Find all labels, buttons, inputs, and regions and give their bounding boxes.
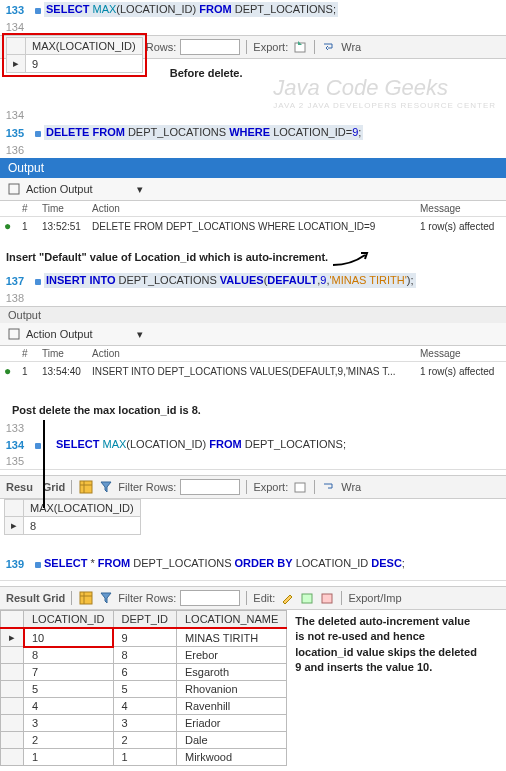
output-row[interactable]: ● 1 13:54:40 INSERT INTO DEPT_LOCATIONS … xyxy=(0,362,506,381)
code-line-135[interactable]: 135 DELETE FROM DEPT_LOCATIONS WHERE LOC… xyxy=(0,123,506,142)
result-value: 8 xyxy=(24,517,141,535)
filter-rows-label: Filter Rows: xyxy=(118,592,176,604)
table-cell: Rhovanion xyxy=(177,681,287,698)
result-value: 9 xyxy=(26,55,143,73)
svg-rect-13 xyxy=(80,592,92,604)
edit-label: Edit: xyxy=(253,592,275,604)
svg-rect-7 xyxy=(9,329,19,339)
table-cell: 5 xyxy=(113,681,176,698)
code-line-133[interactable]: 133 SELECT MAX(LOCATION_ID) FROM DEPT_LO… xyxy=(0,0,506,19)
row-handle[interactable]: ▸ xyxy=(1,628,24,647)
dropdown-icon[interactable]: ▾ xyxy=(137,328,143,341)
table-cell: 6 xyxy=(113,664,176,681)
table-cell: Ravenhill xyxy=(177,698,287,715)
table-row[interactable]: 44Ravenhill xyxy=(1,698,287,715)
line-number: 137 xyxy=(0,275,32,287)
wrap-icon[interactable] xyxy=(321,39,337,55)
table-cell: 5 xyxy=(24,681,114,698)
edit-icon[interactable] xyxy=(279,590,295,606)
row-handle[interactable]: ▸ xyxy=(5,517,24,535)
table-cell: 1 xyxy=(113,749,176,766)
export-icon[interactable] xyxy=(292,479,308,495)
table-row[interactable]: 55Rhovanion xyxy=(1,681,287,698)
line-number: 133 xyxy=(0,422,32,434)
row-handle[interactable] xyxy=(1,715,24,732)
table-cell: 4 xyxy=(113,698,176,715)
export-label: Export: xyxy=(253,481,288,493)
sql-code: SELECT * FROM DEPT_LOCATIONS ORDER BY LO… xyxy=(44,557,405,570)
row-handle[interactable] xyxy=(1,749,24,766)
code-line-139[interactable]: 139 SELECT * FROM DEPT_LOCATIONS ORDER B… xyxy=(0,555,506,572)
dropdown-icon[interactable]: ▾ xyxy=(137,183,143,196)
row-handle[interactable] xyxy=(1,647,24,664)
table-cell: 4 xyxy=(24,698,114,715)
annotation-insert-default: Insert "Default" value of Location_id wh… xyxy=(6,251,328,263)
code-line-134b[interactable]: 134 xyxy=(0,107,506,123)
wrap-icon[interactable] xyxy=(321,479,337,495)
code-line-138[interactable]: 138 xyxy=(0,290,506,306)
result-grid-label: Result Grid xyxy=(6,592,65,604)
active-line-dot xyxy=(35,279,41,285)
success-icon: ● xyxy=(4,219,11,233)
grid-icon[interactable] xyxy=(78,479,94,495)
sql-code: SELECT MAX(LOCATION_ID) FROM DEPT_LOCATI… xyxy=(44,2,338,17)
code-line-135b[interactable]: 135 xyxy=(0,453,506,469)
row-handle[interactable] xyxy=(1,698,24,715)
table-row[interactable]: 22Dale xyxy=(1,732,287,749)
line-number: 134 xyxy=(0,21,32,33)
arrow-line-icon xyxy=(40,420,50,510)
code-line-133b[interactable]: 133 xyxy=(0,420,506,436)
action-output-label: Action Output xyxy=(26,328,93,340)
row-handle[interactable] xyxy=(1,664,24,681)
table-row[interactable]: 88Erebor xyxy=(1,647,287,664)
sql-code: INSERT INTO DEPT_LOCATIONS VALUES(DEFAUL… xyxy=(44,273,416,288)
annotation-post-delete: Post delete the max location_id is 8. xyxy=(12,404,201,416)
table-row[interactable]: 11Mirkwood xyxy=(1,749,287,766)
table-cell: 10 xyxy=(24,628,114,647)
col-location-id[interactable]: LOCATION_ID xyxy=(24,611,114,629)
result-header: MAX(LOCATION_ID) xyxy=(26,38,143,55)
table-row[interactable]: ▸109MINAS TIRITH xyxy=(1,628,287,647)
col-location-name[interactable]: LOCATION_NAME xyxy=(177,611,287,629)
export-label: Export: xyxy=(253,41,288,53)
table-cell: 9 xyxy=(113,628,176,647)
line-number: 133 xyxy=(0,4,32,16)
result-table-max: MAX(LOCATION_ID) ▸9 xyxy=(6,37,143,73)
filter-input[interactable] xyxy=(180,479,240,495)
result-toolbar: Result Grid Filter Rows: Export: Wra xyxy=(0,475,506,499)
row-handle[interactable] xyxy=(1,732,24,749)
svg-rect-6 xyxy=(9,184,19,194)
code-line-136[interactable]: 136 xyxy=(0,142,506,158)
table-cell: 3 xyxy=(113,715,176,732)
export-icon[interactable] xyxy=(292,39,308,55)
output-mode-icon[interactable] xyxy=(6,181,22,197)
line-number: 135 xyxy=(0,127,32,139)
line-number: 138 xyxy=(0,292,32,304)
row-handle[interactable]: ▸ xyxy=(7,55,26,73)
export-label: Export/Imp xyxy=(348,592,401,604)
output-table: # Time Action Message ● 1 13:52:51 DELET… xyxy=(0,201,506,235)
edit-icon-2[interactable] xyxy=(299,590,315,606)
table-cell: 8 xyxy=(113,647,176,664)
row-handle[interactable] xyxy=(1,681,24,698)
svg-rect-9 xyxy=(80,481,92,493)
output-panel-header: Output xyxy=(0,158,506,178)
svg-rect-12 xyxy=(295,483,305,492)
code-line-134c[interactable]: 134 SELECT MAX(LOCATION_ID) FROM DEPT_LO… xyxy=(0,436,506,453)
col-dept-id[interactable]: DEPT_ID xyxy=(113,611,176,629)
grid-icon[interactable] xyxy=(78,590,94,606)
table-cell: 2 xyxy=(113,732,176,749)
table-row[interactable]: 33Eriador xyxy=(1,715,287,732)
line-number: 134 xyxy=(0,109,32,121)
filter-input[interactable] xyxy=(180,590,240,606)
filter-icon[interactable] xyxy=(98,479,114,495)
table-cell: 2 xyxy=(24,732,114,749)
table-row[interactable]: 76Esgaroth xyxy=(1,664,287,681)
filter-icon[interactable] xyxy=(98,590,114,606)
active-line-dot xyxy=(35,8,41,14)
code-line-137[interactable]: 137 INSERT INTO DEPT_LOCATIONS VALUES(DE… xyxy=(0,271,506,290)
edit-icon-3[interactable] xyxy=(319,590,335,606)
output-row[interactable]: ● 1 13:52:51 DELETE FROM DEPT_LOCATIONS … xyxy=(0,217,506,236)
wrap-label: Wra xyxy=(341,481,361,493)
output-mode-icon[interactable] xyxy=(6,326,22,342)
